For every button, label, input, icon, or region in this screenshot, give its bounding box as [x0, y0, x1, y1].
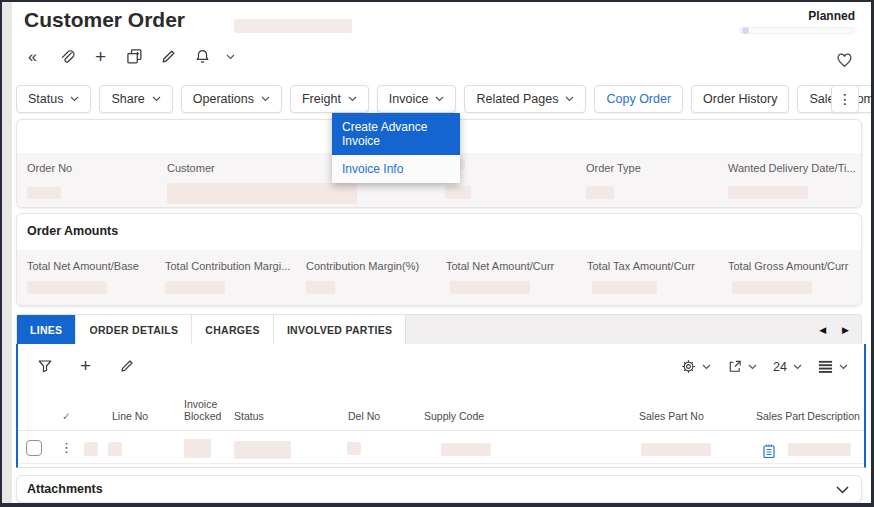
freight-menu-label: Freight	[302, 92, 341, 106]
copy-order-button[interactable]: Copy Order	[594, 85, 683, 113]
new-record-icon[interactable]: +	[92, 48, 109, 65]
freight-menu-button[interactable]: Freight	[290, 85, 369, 113]
status-menu-button[interactable]: Status	[16, 85, 91, 113]
col-header-line-no[interactable]: Line No	[112, 410, 148, 422]
tab-next-icon[interactable]: ▶	[842, 325, 849, 335]
contribution-margin-pct-label: Contribution Margin(%)	[306, 260, 419, 272]
attachments-title: Attachments	[27, 482, 103, 496]
col-header-invoice-blocked[interactable]: Invoice Blocked	[184, 398, 228, 422]
col-header-sales-part-description[interactable]: Sales Part Description	[756, 410, 860, 422]
total-contribution-margin-value-redacted	[165, 281, 225, 294]
table-toolbar: +	[36, 357, 135, 374]
table-settings-gear-control[interactable]	[681, 359, 711, 374]
col-header-sales-part-no[interactable]: Sales Part No	[639, 410, 704, 422]
contribution-margin-pct-value-redacted	[306, 281, 335, 294]
total-tax-curr-label: Total Tax Amount/Curr	[587, 260, 695, 272]
status-progress-bar	[739, 27, 855, 34]
more-options-kebab-button[interactable]: ⋮	[831, 85, 859, 113]
tab-prev-icon[interactable]: ◀	[819, 325, 826, 335]
row-checkbox[interactable]	[26, 440, 42, 456]
bell-icon[interactable]	[194, 48, 211, 65]
row-density-control[interactable]	[818, 359, 848, 374]
related-pages-menu-button[interactable]: Related Pages	[464, 85, 586, 113]
command-bar: Status Share Operations Freight Invoice …	[16, 85, 874, 113]
order-amounts-title: Order Amounts	[27, 224, 118, 238]
customer-label: Customer	[167, 162, 215, 174]
chevron-down-icon	[565, 96, 574, 102]
favorite-heart-icon[interactable]	[836, 52, 853, 68]
hidden-field-value-redacted	[445, 186, 471, 199]
sales-part-no-cell-redacted	[641, 443, 711, 456]
page-size-value: 24	[773, 360, 787, 374]
chevron-down-icon	[702, 364, 711, 370]
chevron-down-icon	[70, 96, 79, 102]
total-net-curr-label: Total Net Amount/Curr	[446, 260, 554, 272]
col-header-supply-code[interactable]: Supply Code	[424, 410, 484, 422]
row-kebab-icon[interactable]: ⋮	[60, 440, 73, 455]
row-cell-redacted	[84, 442, 98, 456]
attachments-expand-chevron-icon[interactable]	[836, 486, 849, 494]
share-menu-button[interactable]: Share	[99, 85, 172, 113]
chevron-down-icon	[748, 364, 757, 370]
sales-part-description-cell-redacted	[788, 443, 851, 456]
row-density-icon	[818, 359, 833, 374]
operations-menu-label: Operations	[193, 92, 254, 106]
status-menu-label: Status	[28, 92, 63, 106]
add-line-icon[interactable]: +	[77, 357, 94, 374]
total-gross-curr-label: Total Gross Amount/Curr	[728, 260, 848, 272]
order-amounts-card: Order Amounts Total Net Amount/Base Tota…	[16, 213, 862, 306]
chevron-down-icon	[152, 96, 161, 102]
total-tax-curr-value-redacted	[592, 281, 657, 294]
total-net-base-value-redacted	[27, 281, 107, 294]
bell-chevron-down-icon[interactable]	[222, 48, 239, 65]
table-settings-controls: 24	[681, 359, 848, 374]
order-type-value-redacted	[586, 186, 614, 199]
page-size-selector[interactable]: 24	[773, 360, 802, 374]
chevron-down-icon	[793, 364, 802, 370]
chevron-down-icon	[348, 96, 357, 102]
related-pages-menu-label: Related Pages	[476, 92, 558, 106]
note-document-icon[interactable]	[762, 443, 776, 459]
duplicate-record-icon[interactable]	[126, 48, 143, 65]
tab-involved-parties[interactable]: INVOLVED PARTIES	[274, 315, 406, 344]
tab-charges[interactable]: CHARGES	[192, 315, 274, 344]
edit-line-pencil-icon[interactable]	[118, 357, 135, 374]
row-cell-redacted	[108, 442, 122, 456]
order-type-label: Order Type	[586, 162, 641, 174]
supply-code-cell-redacted	[441, 443, 491, 456]
wanted-delivery-date-label: Wanted Delivery Date/Ti...	[728, 162, 856, 174]
order-history-label: Order History	[703, 92, 777, 106]
tab-order-details[interactable]: ORDER DETAILS	[76, 315, 192, 344]
select-all-check-icon[interactable]: ✓	[62, 410, 71, 422]
progress-dot	[742, 27, 749, 34]
col-header-del-no[interactable]: Del No	[348, 410, 380, 422]
table-export-control[interactable]	[727, 359, 757, 374]
order-history-button[interactable]: Order History	[691, 85, 789, 113]
attachment-paperclip-icon[interactable]	[58, 48, 75, 65]
invoice-menu-label: Invoice	[389, 92, 429, 106]
total-net-curr-value-redacted	[450, 281, 530, 294]
tab-lines[interactable]: LINES	[17, 315, 76, 344]
total-gross-curr-value-redacted	[732, 281, 812, 294]
filter-funnel-icon[interactable]	[36, 357, 53, 374]
share-menu-label: Share	[111, 92, 144, 106]
menu-item-invoice-info[interactable]: Invoice Info	[332, 155, 460, 183]
customer-order-window: Customer Order Planned « +	[0, 0, 874, 507]
attachments-section[interactable]: Attachments	[16, 475, 862, 503]
order-no-label: Order No	[27, 162, 72, 174]
edit-pencil-icon[interactable]	[160, 48, 177, 65]
chevron-down-icon	[839, 364, 848, 370]
total-contribution-margin-label: Total Contribution Margi...	[165, 260, 290, 272]
order-no-value-redacted	[27, 187, 61, 199]
col-header-status[interactable]: Status	[234, 410, 264, 422]
field-group-background	[17, 250, 861, 305]
operations-menu-button[interactable]: Operations	[181, 85, 282, 113]
gear-icon	[681, 359, 696, 374]
row-divider	[18, 463, 864, 464]
del-no-cell-redacted	[347, 442, 361, 455]
invoice-menu-button[interactable]: Invoice	[377, 85, 457, 113]
menu-item-create-advance-invoice[interactable]: Create Advance Invoice	[332, 113, 460, 155]
status-cell-redacted	[234, 441, 291, 459]
copy-order-label: Copy Order	[606, 92, 671, 106]
collapse-left-icon[interactable]: «	[24, 48, 41, 65]
